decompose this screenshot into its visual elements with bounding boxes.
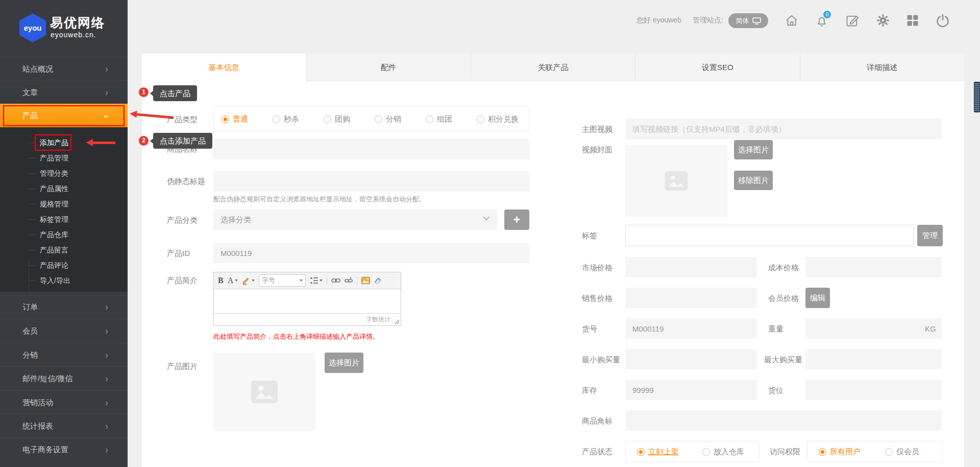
radio-type-normal[interactable]: 普通 [222,114,248,124]
submenu-item-manage-category[interactable]: 管理分类 [40,166,68,181]
radio-dot [324,115,331,123]
radio-type-group-buy[interactable]: 团购 [324,114,350,124]
highlight-pen-icon[interactable] [242,276,255,285]
font-size-select[interactable]: 字号 [259,274,306,287]
intro-red-note: 此处填写产品简介，点击右上角详细描述输入产品详情。 [213,332,379,341]
word-count-label[interactable]: 字数统计 [366,316,390,323]
product-image-select-button[interactable]: 选择图片 [325,353,363,373]
tab-related-products[interactable]: 关联产品 [471,54,635,81]
radio-type-team[interactable]: 组团 [426,114,452,124]
tags-input[interactable] [625,225,914,246]
sidebar-item-reports[interactable]: 统计报表› [0,414,128,437]
sidebar-item-members[interactable]: 会员› [0,319,128,342]
tab-detailed-description[interactable]: 详细描述 [800,54,964,81]
arrow-shaft [92,142,115,144]
weight-unit: KG [925,324,936,333]
radio-status-on-sale[interactable]: 立刻上架 [637,447,679,457]
submenu-item-reviews[interactable]: 产品评论 [40,258,68,273]
home-icon[interactable] [785,13,799,28]
submenu-item-product-manage[interactable]: 产品管理 [40,150,68,166]
logo[interactable]: eyou 易优网络 eyouweb.cn. [19,13,121,43]
line-height-icon[interactable] [310,277,323,284]
settings-gear-icon[interactable] [876,13,890,28]
intro-rich-text-editor[interactable]: B A 字号 [213,272,401,326]
corner-badge-input[interactable] [625,410,942,431]
cost-price-input[interactable] [805,257,942,277]
radio-type-flash-sale[interactable]: 秒杀 [273,114,299,124]
sku-input[interactable] [625,318,757,339]
add-category-button[interactable]: + [504,209,529,230]
radio-type-distribution[interactable]: 分销 [375,114,401,124]
sidebar-item-ecommerce-settings[interactable]: 电子商务设置› [0,437,128,461]
radio-dot [375,115,382,123]
submenu-item-messages[interactable]: 产品留言 [40,242,68,258]
sidebar-item-mail-sms-wechat[interactable]: 邮件/短信/微信› [0,366,128,390]
tab-bar: 基本信息 配件 关联产品 设置SEO 详细描述 [142,54,964,81]
min-buy-input[interactable] [625,349,757,369]
radio-access-all-users[interactable]: 所有用户 [819,447,861,457]
language-pill[interactable]: 简体 [728,13,768,28]
apps-grid-icon[interactable] [905,13,920,28]
power-logout-icon[interactable] [936,13,950,28]
radio-status-warehouse[interactable]: 放入仓库 [702,447,744,457]
chevron-right-icon: › [105,391,108,414]
vertical-scrollbar-thumb[interactable] [974,82,980,112]
submenu-item-spec-manage[interactable]: 规格管理 [40,196,68,212]
editor-content-area[interactable] [214,289,401,314]
submenu-item-product-attrs[interactable]: 产品属性 [40,181,68,196]
weight-input[interactable] [805,318,942,339]
notifications-bell-icon[interactable]: 0 [815,13,829,28]
radio-type-points-exchange[interactable]: 积分兑换 [477,114,519,124]
eraser-icon[interactable] [374,277,382,285]
tab-accessories[interactable]: 配件 [306,54,470,81]
main-video-input[interactable] [625,119,942,139]
sale-price-input[interactable] [625,288,757,308]
submenu-item-tag-manage[interactable]: 标签管理 [40,212,68,227]
annotation-arrow-to-add-product [86,139,115,146]
category-select[interactable]: 选择分类 [213,209,497,230]
submenu-item-import-export[interactable]: 导入/导出 [40,273,70,288]
font-color-icon[interactable]: A [228,276,238,285]
member-price-edit-button[interactable]: 编辑 [805,288,830,308]
cost-price-label: 成本价格 [768,263,799,273]
sidebar-item-label: 产品 [22,111,38,120]
slot-input[interactable] [805,380,942,400]
tab-label: 关联产品 [538,63,569,72]
resize-handle[interactable] [394,319,400,324]
slug-input[interactable] [213,171,529,192]
language-pill-label: 简体 [736,16,749,26]
market-price-input[interactable] [625,257,757,277]
tab-label: 基本信息 [209,63,239,72]
video-cover-remove-button[interactable]: 移除图片 [734,171,773,190]
radio-access-members-only[interactable]: 仅会员 [885,447,919,457]
bold-icon[interactable]: B [218,276,224,285]
weight-label: 重量 [768,324,783,334]
sidebar-item-orders[interactable]: 订单› [0,295,128,318]
editor-toolbar: B A 字号 [214,272,401,289]
font-size-value: 字号 [262,276,275,285]
stock-input[interactable] [625,380,757,400]
tags-manage-button[interactable]: 管理 [917,225,943,246]
product-name-input[interactable] [213,138,529,159]
submenu-item-add-product[interactable]: 添加产品 [40,135,68,150]
intro-label: 产品简介 [167,276,198,286]
tab-seo-settings[interactable]: 设置SEO [635,54,799,81]
sidebar-item-site-overview[interactable]: 站点概况 › [0,57,128,80]
tab-basic-info[interactable]: 基本信息 [142,54,306,81]
sidebar-item-products[interactable]: 产品 › [0,104,128,127]
video-cover-select-button[interactable]: 选择图片 [734,140,773,159]
sidebar-item-distribution[interactable]: 分销› [0,343,128,366]
sidebar-item-marketing[interactable]: 营销活动› [0,390,128,414]
product-image-placeholder[interactable] [213,353,315,431]
max-buy-input[interactable] [805,349,942,369]
sidebar-item-articles[interactable]: 文章 › [0,80,128,104]
main-video-label: 主图视频 [582,125,612,134]
insert-image-icon[interactable] [361,277,370,284]
video-cover-placeholder[interactable] [625,145,727,217]
caret-down-icon [252,279,255,282]
submenu-item-warehouse[interactable]: 产品仓库 [40,227,68,242]
insert-link-icon[interactable] [331,277,340,284]
unlink-icon[interactable] [345,277,353,284]
edit-icon[interactable] [845,13,860,28]
product-id-input[interactable] [213,243,529,263]
